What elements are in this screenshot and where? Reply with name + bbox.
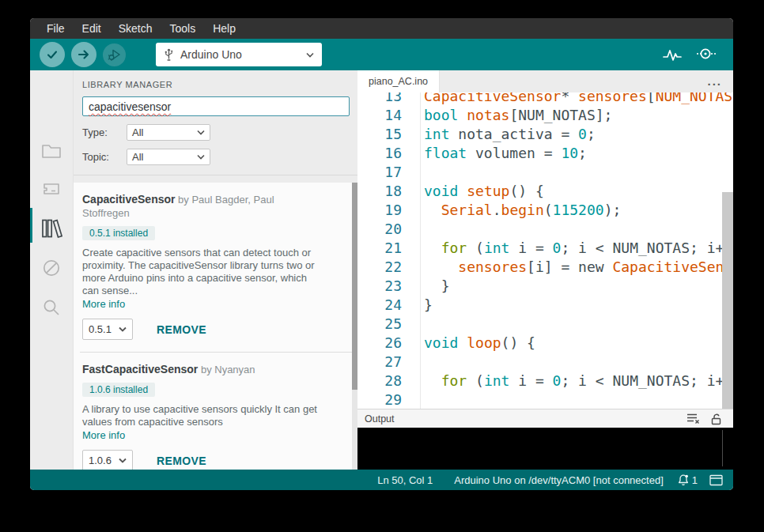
bell-icon — [677, 474, 690, 486]
output-panel: Output Sketch uses 5380 bytes (16%) of p… — [357, 409, 733, 470]
version-select[interactable]: 0.5.1 — [82, 319, 133, 340]
code-line[interactable]: 22 sensores[i] = new CapacitiveSensor — [357, 258, 733, 277]
code-line[interactable]: 29 — [357, 391, 733, 409]
library-description: A library to use capacitive sensors quic… — [82, 403, 320, 428]
topic-filter-value: All — [132, 151, 143, 163]
library-books-icon — [40, 218, 62, 239]
version-value: 1.0.6 — [89, 455, 112, 466]
editor-more-actions-icon[interactable]: ... — [707, 77, 733, 85]
code-line[interactable]: 20 — [357, 220, 733, 239]
library-entry[interactable]: CapacitiveSensor by Paul Bagder, Paul St… — [74, 183, 358, 352]
sidebar-item-boards-manager[interactable] — [30, 172, 73, 206]
usb-icon — [164, 48, 174, 62]
tab-piano-ac-ino[interactable]: piano_AC.ino — [357, 70, 440, 92]
remove-button[interactable]: REMOVE — [157, 323, 206, 336]
library-title: CapacitiveSensor by Paul Bagder, Paul St… — [82, 193, 304, 220]
menu-item-file[interactable]: File — [38, 18, 74, 39]
topic-filter-select[interactable]: All — [127, 149, 210, 165]
toggle-panel-icon[interactable] — [709, 474, 723, 486]
code-line[interactable]: 28 for (int i = 0; i < NUM_NOTAS; i++) { — [357, 372, 733, 391]
board-port-status[interactable]: Arduino Uno on /dev/ttyACM0 [not connect… — [454, 474, 664, 486]
code-line[interactable]: 21 for (int i = 0; i < NUM_NOTAS; i++) { — [357, 239, 733, 258]
code-line[interactable]: 18void setup() { — [357, 182, 733, 201]
library-name: FastCapacitiveSensor — [82, 363, 198, 375]
menu-bar: File Edit Sketch Tools Help — [30, 18, 733, 39]
type-filter-select[interactable]: All — [127, 124, 210, 141]
library-title: FastCapacitiveSensor by Nyanyan — [82, 363, 304, 376]
editor-tab-bar: piano_AC.ino ... — [357, 70, 733, 92]
sidebar-item-library-manager[interactable] — [30, 211, 73, 246]
notification-count: 1 — [692, 474, 698, 486]
chevron-down-icon — [119, 458, 127, 463]
output-title: Output — [365, 413, 686, 424]
board-selector[interactable]: Arduino Uno — [156, 43, 322, 66]
editor-vertical-scrollbar[interactable] — [722, 192, 733, 409]
bug-play-icon — [107, 47, 123, 62]
output-header: Output — [357, 409, 733, 428]
library-search-input[interactable]: capacitivesensor — [82, 96, 350, 116]
sidebar-item-search[interactable] — [30, 290, 73, 325]
menu-item-sketch[interactable]: Sketch — [110, 18, 161, 39]
code-line[interactable]: 25 — [357, 315, 733, 334]
output-console[interactable]: Sketch uses 5380 bytes (16%) of program … — [357, 428, 733, 470]
clear-output-icon[interactable] — [686, 413, 700, 424]
installed-badge: 1.0.6 installed — [82, 383, 155, 397]
menu-item-edit[interactable]: Edit — [74, 18, 110, 39]
serial-monitor-icon[interactable] — [694, 46, 717, 63]
remove-button[interactable]: REMOVE — [157, 455, 206, 467]
code-line[interactable]: 19 Serial.begin(115200); — [357, 201, 733, 220]
code-editor: piano_AC.ino ... 13CapacitiveSensor* sen… — [357, 70, 733, 409]
upload-button[interactable] — [71, 42, 96, 67]
code-line[interactable]: 17 — [357, 163, 733, 182]
code-line[interactable]: 23 } — [357, 277, 733, 296]
library-author: by Nyanyan — [198, 364, 255, 375]
search-icon — [42, 298, 61, 317]
library-list: CapacitiveSensor by Paul Bagder, Paul St… — [74, 183, 358, 470]
code-line[interactable]: 26void loop() { — [357, 334, 733, 353]
circle-slash-icon — [42, 258, 61, 277]
menu-item-help[interactable]: Help — [204, 18, 244, 39]
folder-icon — [41, 142, 62, 160]
more-info-link[interactable]: More info — [82, 429, 346, 441]
serial-plotter-icon[interactable] — [662, 46, 683, 63]
check-icon — [45, 47, 59, 62]
arrow-right-icon — [77, 47, 91, 62]
type-filter-label: Type: — [82, 126, 119, 138]
chevron-down-icon — [119, 326, 127, 332]
installed-badge: 0.5.1 installed — [82, 226, 155, 240]
code-line[interactable]: 27 — [357, 353, 733, 372]
code-line[interactable]: 16float volumen = 10; — [357, 144, 733, 163]
toolbar: Arduino Uno — [30, 39, 733, 70]
code-line[interactable]: 14bool notas[NUM_NOTAS]; — [357, 106, 733, 125]
chevron-down-icon — [306, 52, 314, 58]
more-info-link[interactable]: More info — [82, 298, 346, 310]
chevron-down-icon — [197, 130, 205, 135]
sidebar-item-debug[interactable] — [30, 251, 73, 285]
library-name: CapacitiveSensor — [82, 193, 176, 206]
board-icon — [41, 180, 62, 198]
debug-button[interactable] — [103, 43, 126, 66]
code-line[interactable]: 15int nota_activa = 0; — [357, 125, 733, 144]
version-select[interactable]: 1.0.6 — [82, 450, 133, 470]
library-manager-panel: LIBRARY MANAGER capacitivesensor Type: A… — [73, 70, 357, 470]
autoscroll-unlock-icon[interactable] — [710, 413, 722, 425]
library-description: Create capacitive sensors that can detec… — [82, 247, 320, 297]
code-line[interactable]: 24} — [357, 296, 733, 315]
library-scrollbar-thumb[interactable] — [352, 183, 357, 390]
code-area[interactable]: 13CapacitiveSensor* sensores[NUM_NOTAS];… — [357, 92, 733, 409]
indent-guide — [420, 92, 421, 409]
code-line[interactable]: 13CapacitiveSensor* sensores[NUM_NOTAS]; — [357, 92, 733, 106]
library-entry[interactable]: FastCapacitiveSensor by Nyanyan 1.0.6 in… — [74, 353, 358, 470]
chevron-down-icon — [197, 154, 205, 160]
version-value: 0.5.1 — [89, 323, 112, 335]
sidebar-item-sketchbook[interactable] — [30, 134, 73, 168]
notifications[interactable]: 1 — [677, 474, 698, 486]
verify-button[interactable] — [40, 42, 65, 67]
menu-item-tools[interactable]: Tools — [161, 18, 205, 39]
arduino-ide-window: File Edit Sketch Tools Help — [30, 18, 733, 490]
type-filter-value: All — [132, 126, 143, 138]
console-scrollbar — [722, 430, 723, 466]
cursor-position[interactable]: Ln 50, Col 1 — [377, 474, 433, 486]
panel-title: LIBRARY MANAGER — [74, 70, 357, 89]
search-input-value: capacitivesensor — [89, 100, 171, 113]
